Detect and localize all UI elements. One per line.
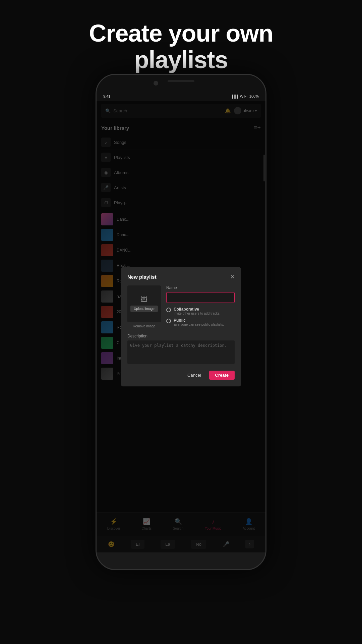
- status-bar: 9:41 ▐▐▐ WiFi 100%: [97, 92, 265, 101]
- new-playlist-modal: New playlist ✕ 🖼 Upload image Remove ima…: [121, 267, 241, 386]
- public-desc: Everyone can see public playlists.: [174, 323, 224, 326]
- modal-right: Name Collaborative Invite other users to…: [166, 285, 235, 329]
- public-radio[interactable]: [166, 319, 171, 323]
- phone-speaker: [168, 80, 194, 82]
- collaborative-label: Collaborative: [174, 307, 221, 312]
- modal-header: New playlist ✕: [127, 274, 235, 280]
- status-wifi: WiFi: [240, 94, 247, 98]
- modal-overlay: New playlist ✕ 🖼 Upload image Remove ima…: [97, 101, 265, 552]
- description-label: Description: [127, 334, 235, 338]
- phone-frame: 9:41 ▐▐▐ WiFi 100% 🔍 Search 🔔 alvaro ▾: [96, 74, 266, 570]
- upload-area[interactable]: 🖼 Upload image: [127, 285, 161, 322]
- collaborative-desc: Invite other users to add tracks.: [174, 312, 221, 315]
- create-button[interactable]: Create: [209, 371, 235, 380]
- status-signal: ▐▐▐: [231, 95, 238, 98]
- collaborative-toggle-row[interactable]: Collaborative Invite other users to add …: [166, 307, 235, 315]
- phone-screen: 🔍 Search 🔔 alvaro ▾ Your library ≡+: [97, 101, 265, 552]
- name-input[interactable]: [166, 292, 235, 303]
- cancel-button[interactable]: Cancel: [183, 371, 205, 380]
- description-textarea[interactable]: Give your playlist a catchy description.: [127, 340, 235, 364]
- image-upload-icon: 🖼: [141, 296, 147, 304]
- public-toggle-row[interactable]: Public Everyone can see public playlists…: [166, 318, 235, 326]
- public-label: Public: [174, 318, 224, 323]
- close-icon[interactable]: ✕: [230, 274, 235, 280]
- collaborative-radio[interactable]: [166, 308, 171, 312]
- modal-title: New playlist: [127, 274, 157, 280]
- status-time: 9:41: [103, 94, 110, 98]
- modal-footer: Cancel Create: [127, 371, 235, 380]
- collaborative-info: Collaborative Invite other users to add …: [174, 307, 221, 315]
- remove-image-text[interactable]: Remove image: [127, 324, 161, 328]
- status-battery: 100%: [249, 94, 259, 98]
- phone-camera: [154, 81, 158, 86]
- description-section: Description Give your playlist a catchy …: [127, 334, 235, 365]
- upload-image-button[interactable]: Upload image: [130, 306, 158, 312]
- phone-top-bar: [97, 75, 265, 92]
- modal-body: 🖼 Upload image Remove image Name: [127, 285, 235, 329]
- name-field-label: Name: [166, 285, 235, 290]
- public-info: Public Everyone can see public playlists…: [174, 318, 224, 326]
